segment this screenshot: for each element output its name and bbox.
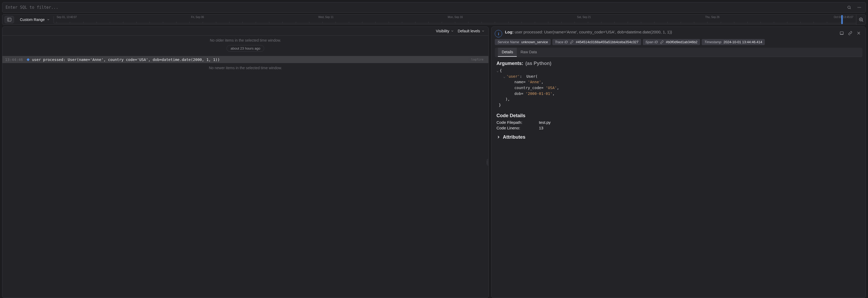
chip-value: #b0f0d9ed1ab346b2	[666, 40, 698, 44]
svg-point-0	[848, 6, 850, 8]
chip-label: Service Name	[497, 40, 519, 44]
arg-cc-val: 'USA'	[546, 86, 557, 90]
search-icon[interactable]	[845, 4, 853, 11]
arg-cc-key: country_code=	[515, 86, 544, 90]
timeline-label: Mon, Sep 16	[448, 15, 463, 19]
arguments-code: ⌄{ ⌄'user': User( name= 'Anne', country_…	[496, 68, 861, 108]
panel-toggle-icon[interactable]	[4, 16, 14, 23]
no-newer-msg: No newer items in the selected time wind…	[2, 63, 488, 73]
visibility-dropdown[interactable]: Visibility	[436, 29, 454, 33]
svg-line-1	[850, 8, 851, 9]
timeline-label: Sat, Sep 21	[577, 15, 591, 19]
detail-header: i Log: user processed: User(name='Anne',…	[492, 27, 866, 39]
time-range-label: Custom Range	[20, 18, 44, 22]
detail-title: Log: user processed: User(name='Anne', c…	[505, 29, 835, 35]
svg-point-4	[860, 7, 861, 8]
code-details-title: Code Details	[496, 113, 861, 119]
chip-value: unknown_service	[521, 40, 548, 44]
log-header: Visibility Default levels	[2, 27, 488, 36]
arguments-subtitle: (as Python)	[525, 61, 551, 66]
zoom-in-icon[interactable]	[856, 14, 866, 25]
relative-time-pill: about 23 hours ago	[226, 45, 264, 52]
detail-body: Arguments: (as Python) ⌄{ ⌄'user': User(…	[492, 57, 866, 298]
chip-value: #454514c0168a455a51bb4ceba354c327	[576, 40, 638, 44]
log-row-time: 13:44:46	[5, 58, 23, 62]
chip-label: Timestamp	[704, 40, 721, 44]
log-level-indicator-icon	[27, 58, 30, 61]
time-range-select[interactable]: Custom Range	[16, 18, 54, 22]
arguments-title: Arguments: (as Python)	[496, 61, 861, 66]
pane-resizer[interactable]: ⋮⋮	[487, 159, 489, 165]
caret-down-icon[interactable]: ⌄	[496, 68, 499, 74]
chip-value: 2024-10-01 13:44:46.414	[723, 40, 762, 44]
no-older-msg: No older items in the selected time wind…	[2, 36, 488, 45]
log-row-message: user processed: User(name='Anne', countr…	[32, 58, 220, 62]
more-icon[interactable]	[856, 4, 863, 11]
chevron-down-icon	[47, 18, 50, 21]
sql-filter-input[interactable]	[5, 5, 843, 10]
timeline-labels: Sep 01, 13:40:07 Fri, Sep 06 Wed, Sep 11…	[54, 15, 856, 19]
arguments-title-text: Arguments:	[496, 61, 523, 66]
timeline-label: Oct 01, 13:45:07	[834, 15, 854, 19]
levels-dropdown[interactable]: Default levels	[458, 29, 485, 33]
svg-point-3	[859, 7, 860, 8]
timeline-track	[54, 20, 856, 23]
caret-down-icon[interactable]: ⌄	[503, 74, 506, 79]
attributes-section[interactable]: Attributes	[496, 134, 861, 140]
timeline-label: Thu, Sep 26	[705, 15, 719, 19]
metadata-chips: Service Name unknown_service Trace ID #4…	[492, 39, 866, 48]
link-icon	[660, 40, 664, 44]
arg-dob-val: '2000-01-01'	[526, 92, 552, 96]
visibility-label: Visibility	[436, 29, 449, 33]
code-lineno-value: 13	[539, 126, 861, 130]
chevron-down-icon	[451, 29, 454, 33]
copy-link-icon[interactable]	[846, 29, 854, 37]
detail-pane: i Log: user processed: User(name='Anne',…	[491, 27, 866, 298]
log-source-tag: logfire	[469, 57, 486, 62]
timestamp-chip[interactable]: Timestamp 2024-10-01 13:44:46.414	[702, 39, 765, 45]
span-id-chip[interactable]: Span ID #b0f0d9ed1ab346b2	[643, 39, 700, 45]
log-row[interactable]: 13:44:46 user processed: User(name='Anne…	[2, 56, 488, 63]
code-filepath-value: test.py	[539, 120, 861, 125]
tab-raw-data[interactable]: Raw Data	[517, 48, 540, 57]
svg-line-10	[862, 21, 863, 22]
chevron-right-icon	[496, 135, 501, 139]
timeline-label: Sep 01, 13:40:07	[57, 15, 77, 19]
main-split: Visibility Default levels No older items…	[2, 27, 866, 298]
svg-point-2	[858, 7, 859, 8]
timeline-label: Wed, Sep 11	[318, 15, 334, 19]
code-filepath-label: Code Filepath:	[496, 120, 539, 125]
tab-details[interactable]: Details	[498, 48, 517, 57]
close-icon[interactable]	[855, 29, 862, 37]
trace-id-chip[interactable]: Trace ID #454514c0168a455a51bb4ceba354c3…	[552, 39, 641, 45]
attributes-title: Attributes	[503, 134, 525, 140]
log-pane: Visibility Default levels No older items…	[2, 27, 489, 298]
timeline[interactable]: Sep 01, 13:40:07 Fri, Sep 06 Wed, Sep 11…	[54, 14, 856, 25]
arg-name-key: name=	[515, 80, 526, 84]
chip-label: Trace ID	[555, 40, 568, 44]
timeline-row: Custom Range Sep 01, 13:40:07 Fri, Sep 0…	[2, 14, 866, 25]
link-icon	[570, 40, 574, 44]
detail-tabs: Details Raw Data	[495, 48, 862, 57]
arg-dob-key: dob=	[515, 92, 523, 96]
service-name-chip[interactable]: Service Name unknown_service	[495, 39, 551, 45]
levels-label: Default levels	[458, 29, 480, 33]
timeline-label: Fri, Sep 06	[191, 15, 204, 19]
code-lineno-label: Code Lineno:	[496, 126, 539, 130]
timeline-cursor[interactable]	[841, 15, 843, 24]
log-body: No older items in the selected time wind…	[2, 36, 488, 298]
detail-title-prefix: Log:	[505, 30, 513, 34]
chevron-down-icon	[482, 29, 485, 33]
svg-rect-5	[7, 18, 11, 21]
expand-panel-icon[interactable]	[838, 29, 845, 37]
detail-title-text: user processed: User(name='Anne', countr…	[515, 30, 672, 34]
info-icon: i	[495, 30, 502, 37]
arg-name-val: 'Anne'	[528, 80, 541, 84]
code-details-grid: Code Filepath: test.py Code Lineno: 13	[496, 120, 861, 130]
chip-label: Span ID	[645, 40, 658, 44]
filter-bar	[2, 2, 866, 13]
